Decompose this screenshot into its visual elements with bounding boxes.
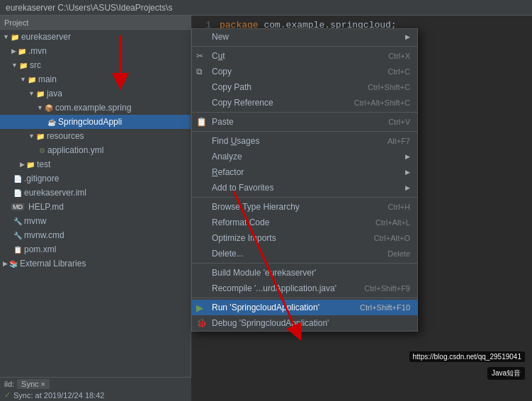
selected-file[interactable]: ☕ SpringcloudAppli [0, 115, 191, 129]
watermark: https://blog.csdn.net/qq_29519041 [409, 351, 525, 362]
debug-icon: 🐞 [196, 318, 207, 328]
list-item[interactable]: ⚙ application.yml [0, 143, 191, 157]
build-label: ild: [4, 380, 14, 388]
list-item[interactable]: 📄 eurekaserver.iml [0, 186, 191, 200]
submenu-arrow: ▶ [405, 33, 410, 40]
context-menu: New ▶ ✂ Cut Ctrl+X ⧉ Copy Ctrl+C Copy Pa… [191, 28, 418, 332]
list-item[interactable]: ▶ 📁 test [0, 157, 191, 171]
menu-separator [192, 197, 417, 198]
menu-item-refactor[interactable]: Refactor ▶ [192, 164, 417, 180]
menu-item-find-usages[interactable]: Find Usages Alt+F7 [192, 133, 417, 149]
submenu-arrow-favorites: ▶ [405, 184, 410, 191]
menu-item-copy-path[interactable]: Copy Path Ctrl+Shift+C [192, 79, 417, 95]
menu-item-copy[interactable]: ⧉ Copy Ctrl+C [192, 64, 417, 79]
list-item[interactable]: ▼ 📦 com.example.spring [0, 101, 191, 115]
menu-item-reformat[interactable]: Reformat Code Ctrl+Alt+L [192, 215, 417, 230]
menu-item-new[interactable]: New ▶ [192, 29, 417, 45]
submenu-arrow-analyze: ▶ [405, 153, 410, 160]
submenu-arrow-refactor: ▶ [405, 169, 410, 176]
menu-item-build-module[interactable]: Build Module 'eurekaserver' [192, 265, 417, 281]
menu-item-paste[interactable]: 📋 Paste Ctrl+V [192, 114, 417, 130]
list-item[interactable]: ▶ 📁 .mvn [0, 44, 191, 58]
menu-separator [192, 298, 417, 298]
cut-icon: ✂ [196, 51, 203, 61]
list-item[interactable]: ▼ 📁 main [0, 72, 191, 86]
sidebar-header: Project [0, 16, 191, 30]
menu-item-copy-reference[interactable]: Copy Reference Ctrl+Alt+Shift+C [192, 95, 417, 111]
tree-root[interactable]: ▼ 📁 eurekaserver [0, 30, 191, 44]
title-text: eurekaserver C:\Users\ASUS\IdeaProjects\… [6, 3, 172, 13]
menu-item-browse-hierarchy[interactable]: Browse Type Hierarchy Ctrl+H [192, 199, 417, 215]
list-item[interactable]: 🔧 mvnw [0, 214, 191, 228]
menu-separator [192, 112, 417, 113]
build-bar: ild: Sync × ✓ Sync: at 2019/12/24 18:42 [0, 377, 191, 401]
list-item[interactable]: ▼ 📁 src [0, 58, 191, 72]
list-item[interactable]: ▶ 📚 External Libraries [0, 256, 191, 271]
menu-item-cut[interactable]: ✂ Cut Ctrl+X [192, 48, 417, 64]
list-item[interactable]: ▼ 📁 java [0, 86, 191, 101]
copy-icon: ⧉ [196, 67, 203, 77]
menu-separator [192, 46, 417, 47]
paste-icon: 📋 [196, 117, 207, 127]
menu-separator [192, 263, 417, 264]
menu-item-analyze[interactable]: Analyze ▶ [192, 149, 417, 164]
menu-item-delete[interactable]: Delete... Delete [192, 246, 417, 261]
menu-separator [192, 131, 417, 132]
menu-item-recompile[interactable]: Recompile '...urdApplication.java' Ctrl+… [192, 281, 417, 296]
list-item[interactable]: 📄 .gitignore [0, 171, 191, 186]
sync-check: ✓ [4, 390, 11, 400]
menu-item-debug[interactable]: 🐞 Debug 'SpringcloudApplication' [192, 315, 417, 331]
list-item[interactable]: 📋 pom.xml [0, 242, 191, 256]
list-item[interactable]: MD HELP.md [0, 200, 191, 214]
menu-item-run[interactable]: ▶ Run 'SpringcloudApplication' Ctrl+Shif… [192, 300, 417, 315]
run-icon: ▶ [196, 303, 203, 313]
sync-tab[interactable]: Sync × [17, 379, 50, 389]
menu-item-add-favorites[interactable]: Add to Favorites ▶ [192, 180, 417, 196]
sidebar: Project ▼ 📁 eurekaserver ▶ 📁 .mvn ▼ 📁 sr… [0, 16, 191, 401]
java-badge: Java知音 [487, 367, 525, 380]
list-item[interactable]: 🔧 mvnw.cmd [0, 228, 191, 242]
list-item[interactable]: ▼ 📁 resources [0, 129, 191, 143]
sync-status: Sync: at 2019/12/24 18:42 [13, 391, 104, 400]
menu-item-optimize-imports[interactable]: Optimize Imports Ctrl+Alt+O [192, 230, 417, 246]
title-bar: eurekaserver C:\Users\ASUS\IdeaProjects\… [0, 0, 532, 16]
